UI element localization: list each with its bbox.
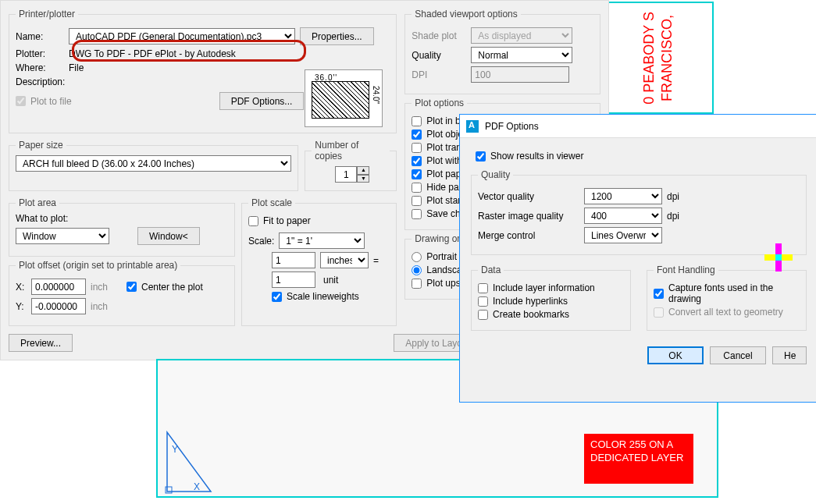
shaded-legend: Shaded viewport options bbox=[412, 9, 520, 20]
properties-button[interactable]: Properties... bbox=[300, 27, 374, 45]
pdf-options-dialog: PDF Options Show results in viewer Quali… bbox=[459, 114, 816, 403]
scale-legend: Plot scale bbox=[248, 197, 295, 208]
offset-legend: Plot offset (origin set to printable are… bbox=[16, 260, 180, 271]
plot-transparency-checkbox[interactable] bbox=[412, 143, 422, 153]
plot-scale-group: Plot scale Fit to paper Scale: 1" = 1' i… bbox=[241, 197, 397, 326]
show-results-label: Show results in viewer bbox=[490, 151, 583, 161]
scale-select[interactable]: 1" = 1' bbox=[279, 232, 365, 249]
x-unit: inch bbox=[91, 282, 108, 293]
plot-options-legend: Plot options bbox=[412, 98, 467, 108]
upside-down-checkbox[interactable] bbox=[412, 279, 422, 289]
merge-control-select[interactable]: Lines Overwrite bbox=[584, 227, 662, 243]
save-changes-checkbox[interactable] bbox=[412, 209, 422, 219]
vector-quality-label: Vector quality bbox=[478, 191, 579, 202]
quality-select[interactable]: Normal bbox=[471, 47, 572, 63]
y-label: Y: bbox=[16, 301, 27, 312]
scale-denominator-input[interactable] bbox=[272, 272, 315, 288]
pdf-titlebar[interactable]: PDF Options bbox=[460, 115, 816, 138]
pdf-ok-button[interactable]: OK bbox=[647, 346, 704, 364]
shaded-viewport-group: Shaded viewport options Shade plotAs dis… bbox=[404, 9, 600, 94]
plot-background-checkbox[interactable] bbox=[412, 116, 422, 126]
paper-preview: 36.0'' 24.0'' bbox=[305, 69, 383, 127]
svg-rect-1 bbox=[166, 487, 172, 493]
plot-styles-checkbox[interactable] bbox=[412, 156, 422, 166]
plot-object-lw-checkbox[interactable] bbox=[412, 130, 422, 140]
raster-quality-label: Raster image quality bbox=[478, 211, 579, 222]
svg-marker-0 bbox=[167, 432, 211, 492]
copies-group: Number of copies ▲▼ bbox=[305, 140, 397, 191]
pdf-title: PDF Options bbox=[485, 121, 539, 132]
raster-quality-select[interactable]: 400 bbox=[584, 208, 662, 224]
center-plot-label: Center the plot bbox=[141, 282, 203, 293]
scale-unit2-label: unit bbox=[320, 275, 369, 286]
printer-name-select[interactable]: AutoCAD PDF (General Documentation).pc3 bbox=[69, 28, 295, 44]
fit-to-paper-checkbox[interactable] bbox=[248, 216, 258, 226]
center-plot-checkbox[interactable] bbox=[126, 282, 137, 292]
what-to-plot-label: What to plot: bbox=[16, 213, 228, 224]
paper-size-select[interactable]: ARCH full bleed D (36.00 x 24.00 Inches) bbox=[16, 155, 291, 172]
create-bookmarks-checkbox[interactable] bbox=[478, 310, 488, 320]
plot-paperspace-checkbox[interactable] bbox=[412, 169, 422, 179]
vector-quality-select[interactable]: 1200 bbox=[584, 188, 662, 204]
x-label: X: bbox=[16, 282, 27, 293]
autodesk-logo-icon bbox=[466, 120, 479, 133]
what-to-plot-select[interactable]: Window bbox=[16, 228, 109, 244]
copies-legend: Number of copies bbox=[312, 140, 390, 161]
scale-lineweights-label: Scale lineweights bbox=[287, 291, 359, 302]
pdf-data-group: Data Include layer information Include h… bbox=[471, 264, 631, 331]
scale-numerator-input[interactable] bbox=[272, 252, 315, 268]
dpi-label: DPI bbox=[412, 69, 466, 80]
svg-text:X: X bbox=[194, 481, 200, 492]
plotter-value: DWG To PDF - PDF ePlot - by Autodesk bbox=[69, 48, 236, 59]
portrait-radio[interactable] bbox=[412, 252, 422, 262]
shade-plot-label: Shade plot bbox=[412, 30, 466, 41]
printer-group: Printer/plotter Name: AutoCAD PDF (Gener… bbox=[9, 9, 397, 133]
fit-to-paper-label: Fit to paper bbox=[263, 215, 311, 226]
svg-text:Y: Y bbox=[172, 444, 178, 455]
scale-label: Scale: bbox=[248, 236, 274, 247]
name-label: Name: bbox=[16, 31, 64, 42]
shade-plot-select: As displayed bbox=[471, 27, 572, 44]
pdf-options-button[interactable]: PDF Options... bbox=[219, 92, 305, 110]
where-value: File bbox=[69, 62, 84, 73]
quality-label: Quality bbox=[412, 50, 466, 61]
scale-lineweights-checkbox[interactable] bbox=[272, 292, 282, 302]
plot-area-legend: Plot area bbox=[16, 197, 59, 208]
where-label: Where: bbox=[16, 62, 64, 73]
show-results-checkbox[interactable] bbox=[476, 151, 486, 161]
paper-size-legend: Paper size bbox=[16, 140, 66, 151]
plotter-label: Plotter: bbox=[16, 48, 64, 59]
ucs-triangle-icon: Y X bbox=[164, 429, 219, 495]
merge-control-label: Merge control bbox=[478, 230, 579, 241]
include-layers-checkbox[interactable] bbox=[478, 283, 488, 293]
pdf-cancel-button[interactable]: Cancel bbox=[710, 346, 766, 364]
font-handling-group: Font Handling Capture fonts used in the … bbox=[647, 264, 807, 331]
hide-paperspace-checkbox[interactable] bbox=[412, 183, 422, 193]
svg-rect-6 bbox=[775, 254, 782, 261]
drawing-title-block: 0 PEABODY SFRANCISCO, bbox=[603, 2, 714, 114]
copies-spinner[interactable]: ▲▼ bbox=[335, 166, 369, 183]
include-hyperlinks-checkbox[interactable] bbox=[478, 296, 488, 307]
convert-text-checkbox bbox=[654, 307, 664, 318]
offset-x-input[interactable] bbox=[31, 279, 86, 295]
offset-y-input[interactable] bbox=[31, 298, 86, 314]
preview-button[interactable]: Preview... bbox=[9, 334, 73, 352]
description-label: Description: bbox=[16, 76, 65, 87]
copies-input[interactable] bbox=[335, 166, 357, 183]
equals-label: = bbox=[373, 255, 379, 266]
plot-offset-group: Plot offset (origin set to printable are… bbox=[9, 260, 235, 326]
pdf-quality-group: Quality Vector quality1200dpi Raster ima… bbox=[471, 169, 807, 255]
window-pick-button[interactable]: Window< bbox=[137, 227, 200, 245]
plot-to-file-checkbox bbox=[16, 96, 26, 106]
dpi-input bbox=[471, 66, 569, 83]
scale-unit1-select[interactable]: inches bbox=[320, 252, 369, 268]
printer-legend: Printer/plotter bbox=[16, 9, 78, 20]
plot-stamp-checkbox[interactable] bbox=[412, 196, 422, 206]
capture-fonts-checkbox[interactable] bbox=[654, 289, 664, 299]
y-unit: inch bbox=[91, 301, 108, 312]
crosshair-cursor-icon bbox=[764, 243, 793, 272]
pdf-help-button[interactable]: He bbox=[772, 346, 807, 364]
color-note-block: COLOR 255 ON A DEDICATED LAYER bbox=[584, 434, 693, 484]
landscape-radio[interactable] bbox=[412, 265, 422, 275]
plot-area-group: Plot area What to plot: Window Window< bbox=[9, 197, 235, 257]
